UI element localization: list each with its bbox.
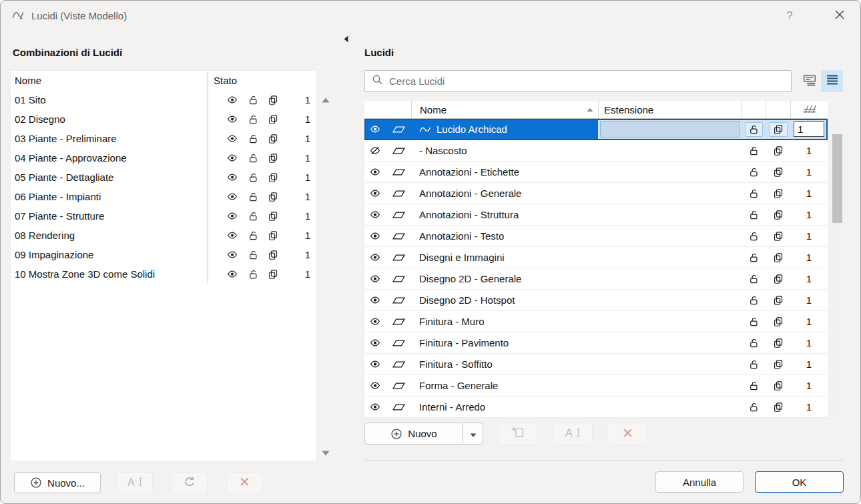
visibility-eye-icon[interactable] xyxy=(368,273,382,284)
lock-icon[interactable] xyxy=(248,192,258,202)
solid-view-cell[interactable] xyxy=(766,162,790,182)
layer-extension-cell[interactable] xyxy=(598,140,742,161)
intersection-cell[interactable]: 1 xyxy=(790,311,828,332)
solid-view-cell[interactable] xyxy=(766,332,790,353)
intersection-number[interactable]: 1 xyxy=(806,209,812,220)
layer-row[interactable]: Disegno 2D - Hotspot 1 xyxy=(364,290,828,311)
layer-type-cell[interactable] xyxy=(386,183,411,204)
lock-icon[interactable] xyxy=(248,134,258,144)
layer-extension-cell[interactable] xyxy=(598,119,742,140)
layer-extension-cell[interactable] xyxy=(598,226,742,246)
lock-cell[interactable] xyxy=(742,183,766,204)
lock-cell[interactable] xyxy=(742,332,766,353)
layer-combination-row[interactable]: 10 Mostra Zone 3D come Solidi 1 xyxy=(11,264,316,284)
intersection-number[interactable]: 1 xyxy=(806,166,812,178)
visibility-eye-icon[interactable] xyxy=(226,152,239,164)
visibility-eye-icon[interactable] xyxy=(368,358,382,370)
titlebar[interactable]: Lucidi (Viste Modello) xyxy=(1,1,860,30)
solid-view-cell[interactable] xyxy=(766,247,790,268)
intersection-number[interactable]: 1 xyxy=(806,230,812,242)
layer-name-cell[interactable]: Interni - Arredo xyxy=(411,397,598,417)
intersection-number[interactable]: 1 xyxy=(305,113,316,125)
lock-icon[interactable] xyxy=(248,172,258,183)
scroll-up-arrow[interactable] xyxy=(322,93,330,105)
intersection-number[interactable]: 1 xyxy=(806,294,812,306)
layer-name-cell[interactable]: Forma - Generale xyxy=(411,375,598,396)
layer-name-cell[interactable]: Disegno 2D - Hotspot xyxy=(411,290,598,310)
intersection-number[interactable]: 1 xyxy=(806,145,812,156)
visibility-cell[interactable] xyxy=(364,204,386,225)
layer-name-cell[interactable]: - Nascosto xyxy=(411,140,598,161)
intersection-number[interactable]: 1 xyxy=(305,94,316,105)
layer-extension-cell[interactable] xyxy=(598,204,742,225)
layer-combination-row[interactable]: 08 Rendering 1 xyxy=(11,226,316,245)
intersection-cell[interactable]: 1 xyxy=(790,397,828,417)
intersection-number[interactable]: 1 xyxy=(305,152,316,164)
layer-row[interactable]: Annotazioni - Etichette 1 xyxy=(364,162,828,183)
layer-name-cell[interactable]: Lucido Archicad xyxy=(411,119,598,140)
layer-type-cell[interactable] xyxy=(386,204,411,225)
visibility-cell[interactable] xyxy=(364,354,386,374)
solid-view-icon[interactable] xyxy=(773,210,784,220)
intersection-number[interactable]: 1 xyxy=(806,337,812,348)
lock-icon[interactable] xyxy=(745,122,763,137)
delete-layer-button[interactable] xyxy=(607,423,647,445)
layer-extension-cell[interactable] xyxy=(598,162,742,182)
new-layer-dropdown[interactable] xyxy=(463,423,483,445)
cancel-button[interactable]: Annulla xyxy=(655,471,744,493)
layer-row[interactable]: Interni - Arredo 1 xyxy=(364,397,828,418)
intersection-number[interactable]: 1 xyxy=(806,401,812,413)
solid-view-icon[interactable] xyxy=(769,122,788,137)
layer-extension-cell[interactable] xyxy=(598,183,742,204)
layer-extension-cell[interactable] xyxy=(598,332,742,353)
solid-view-cell[interactable] xyxy=(766,354,790,374)
intersection-number[interactable]: 1 xyxy=(806,358,812,370)
solid-view-icon[interactable] xyxy=(268,211,278,222)
intersection-cell[interactable]: 1 xyxy=(790,162,828,182)
new-layer-button[interactable]: Nuovo xyxy=(364,423,463,445)
solid-view-icon[interactable] xyxy=(773,316,784,327)
intersection-cell[interactable]: 1 xyxy=(790,119,828,140)
layer-combination-row[interactable]: 03 Piante - Preliminare 1 xyxy=(11,129,316,148)
visibility-eye-icon[interactable] xyxy=(226,230,239,241)
rename-combination-button[interactable]: A xyxy=(117,472,153,493)
intersection-number[interactable]: 1 xyxy=(806,252,812,263)
layer-type-cell[interactable] xyxy=(386,140,411,161)
visibility-cell[interactable] xyxy=(364,375,386,396)
lock-cell[interactable] xyxy=(742,119,766,140)
lock-icon[interactable] xyxy=(749,231,759,242)
intersection-number[interactable]: 1 xyxy=(305,133,316,144)
lock-icon[interactable] xyxy=(248,153,258,164)
layer-name-cell[interactable]: Finitura - Soffitto xyxy=(411,354,598,374)
solid-view-icon[interactable] xyxy=(773,146,784,156)
layer-row[interactable]: Annotazioni - Struttura 1 xyxy=(364,204,828,226)
solid-view-icon[interactable] xyxy=(773,295,784,306)
layer-row[interactable]: Disegni e Immagini 1 xyxy=(364,247,828,268)
intersection-number[interactable]: 1 xyxy=(806,188,812,199)
intersection-number[interactable]: 1 xyxy=(806,273,812,284)
visibility-eye-icon[interactable] xyxy=(368,316,382,327)
solid-view-cell[interactable] xyxy=(766,311,790,332)
layer-name-cell[interactable]: Disegni e Immagini xyxy=(411,247,598,268)
layer-type-cell[interactable] xyxy=(386,375,411,396)
tree-view-toggle[interactable] xyxy=(798,70,820,92)
help-button[interactable]: ? xyxy=(780,7,799,25)
visibility-eye-icon[interactable] xyxy=(368,123,382,135)
solid-view-cell[interactable] xyxy=(766,397,790,417)
visibility-eye-icon[interactable] xyxy=(368,380,382,391)
layer-combination-row[interactable]: 04 Piante - Approvazione 1 xyxy=(11,148,316,168)
solid-view-icon[interactable] xyxy=(773,231,784,242)
layer-name-cell[interactable]: Finitura - Muro xyxy=(411,311,598,332)
extension-input[interactable] xyxy=(600,121,740,138)
layer-extension-cell[interactable] xyxy=(598,397,742,417)
solid-view-cell[interactable] xyxy=(766,204,790,225)
layer-extension-cell[interactable] xyxy=(598,247,742,268)
lock-icon[interactable] xyxy=(749,146,759,156)
solid-view-icon[interactable] xyxy=(268,153,278,164)
intersection-number[interactable]: 1 xyxy=(305,249,316,260)
layer-name-cell[interactable]: Annotazioni - Struttura xyxy=(411,204,598,225)
layer-combination-row[interactable]: 05 Piante - Dettagliate 1 xyxy=(11,168,316,187)
visibility-cell[interactable] xyxy=(364,140,386,161)
intersection-number[interactable]: 1 xyxy=(305,268,316,280)
visibility-eye-icon[interactable] xyxy=(368,252,382,263)
